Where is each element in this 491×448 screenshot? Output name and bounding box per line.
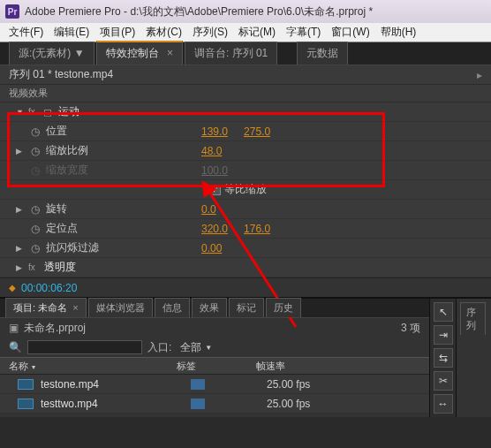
track-select-tool[interactable]: ⇥ [434, 325, 453, 345]
opacity-group[interactable]: ▶ fx 透明度 [0, 258, 491, 277]
close-icon[interactable]: × [72, 302, 78, 313]
menu-bar: 文件(F) 编辑(E) 项目(P) 素材(C) 序列(S) 标记(M) 字幕(T… [0, 23, 491, 42]
scale-row: ▶ ◷ 缩放比例 48.0 [0, 141, 491, 161]
project-item-count: 3 项 [401, 321, 420, 336]
motion-group[interactable]: ▼ fx ◻ 运动 [0, 103, 491, 122]
search-input[interactable] [27, 340, 142, 354]
scope-value: 全部 [180, 340, 201, 355]
menu-edit[interactable]: 编辑(E) [49, 23, 94, 42]
timecode-value[interactable]: 00:00:06:20 [21, 282, 77, 294]
project-item[interactable]: testone.mp4 25.00 fps [0, 375, 429, 394]
twirl-right-icon[interactable]: ▶ [16, 263, 25, 272]
col-name[interactable]: 名称▾ [0, 360, 177, 373]
search-icon[interactable]: 🔍 [9, 341, 22, 353]
tab-history[interactable]: 历史 [266, 298, 301, 317]
rotation-value[interactable]: 0.0 [201, 203, 216, 216]
project-header: ▣未命名.prproj 3 项 [0, 318, 429, 338]
scale-value[interactable]: 48.0 [201, 145, 222, 157]
uniform-scale-row: 等比缩放 [0, 180, 491, 200]
tab-info[interactable]: 信息 [155, 298, 190, 317]
motion-label: 运动 [55, 104, 214, 119]
col-tag[interactable]: 标签 [177, 360, 256, 373]
in-label: 入口: [147, 340, 171, 355]
clip-fps: 25.00 fps [267, 378, 310, 391]
twirl-right-icon[interactable]: ▶ [16, 244, 25, 253]
tab-audio-mixer[interactable]: 调音台: 序列 01 [185, 42, 277, 65]
opacity-label: 透明度 [41, 260, 200, 275]
menu-clip[interactable]: 素材(C) [140, 23, 187, 42]
position-y[interactable]: 275.0 [244, 125, 270, 138]
rotation-label: 旋转 [42, 201, 201, 216]
stopwatch-icon[interactable]: ◷ [28, 203, 42, 216]
scale-width-row: ◷ 缩放宽度 100.0 [0, 161, 491, 180]
tab-metadata[interactable]: 元数据 [297, 42, 348, 65]
tab-project-label: 项目: 未命名 [13, 302, 67, 313]
col-fps[interactable]: 帧速率 [256, 360, 429, 373]
clip-icon [18, 399, 34, 409]
tab-metadata-label: 元数据 [306, 47, 338, 59]
tool-palette: ↖ ⇥ ⇆ ✂ ↔ [429, 299, 456, 417]
anchor-label: 定位点 [42, 221, 201, 236]
clip-name: testone.mp4 [41, 378, 191, 391]
rotation-row: ▶ ◷ 旋转 0.0 [0, 200, 491, 219]
project-panel: 项目: 未命名× 媒体浏览器 信息 效果 标记 历史 ▣未命名.prproj 3… [0, 299, 429, 417]
menu-sequence[interactable]: 序列(S) [187, 23, 233, 42]
project-panel-tabs: 项目: 未命名× 媒体浏览器 信息 效果 标记 历史 [0, 299, 429, 318]
timeline-panel-edge: 序列 [456, 299, 491, 417]
svg-text:Pr: Pr [8, 7, 18, 17]
tab-effect-controls[interactable]: 特效控制台 × [96, 41, 183, 65]
tab-mixer-label: 调音台: 序列 01 [194, 47, 268, 59]
project-item[interactable]: testtwo.mp4 25.00 fps [0, 394, 429, 414]
stopwatch-icon[interactable]: ◷ [28, 242, 42, 254]
scale-width-label: 缩放宽度 [42, 163, 201, 178]
clip-tag-swatch[interactable] [191, 399, 205, 409]
window-titlebar: Pr Adobe Premiere Pro - d:\我的文档\Adobe\Pr… [0, 0, 491, 23]
anchor-x[interactable]: 320.0 [201, 223, 228, 235]
playhead-icon[interactable]: ◆ [9, 283, 16, 292]
transform-icon: ◻ [41, 106, 55, 118]
stopwatch-icon[interactable]: ◷ [28, 145, 42, 157]
tab-source[interactable]: 源:(无素材) ▼ [9, 42, 94, 65]
twirl-right-icon[interactable]: ▶ [16, 147, 25, 156]
razor-tool[interactable]: ✂ [434, 371, 453, 391]
stopwatch-icon: ◷ [28, 164, 42, 177]
tab-project[interactable]: 项目: 未命名× [5, 298, 87, 317]
stopwatch-icon[interactable]: ◷ [28, 223, 42, 235]
clip-tag-swatch[interactable] [191, 379, 205, 390]
twirl-down-icon[interactable]: ▼ [16, 108, 25, 117]
ripple-tool[interactable]: ⇆ [434, 348, 453, 368]
position-x[interactable]: 139.0 [201, 125, 228, 138]
timecode-bar: ◆ 00:00:06:20 [0, 277, 491, 297]
tab-effects-label: 特效控制台 [106, 47, 159, 59]
menu-window[interactable]: 窗口(W) [326, 23, 374, 42]
dropdown-icon: ▼ [205, 344, 212, 352]
menu-title[interactable]: 字幕(T) [281, 23, 326, 42]
source-monitor-tabs: 源:(无素材) ▼ 特效控制台 × 调音台: 序列 01 元数据 [0, 42, 491, 65]
selection-tool[interactable]: ↖ [434, 302, 453, 322]
dropdown-icon[interactable]: ▼ [74, 47, 85, 59]
uniform-scale-checkbox[interactable] [210, 185, 221, 195]
panel-menu-icon[interactable]: ▸ [477, 69, 482, 81]
video-effects-header: 视频效果 [0, 85, 491, 103]
app-logo-icon: Pr [5, 4, 19, 19]
lower-panels: 项目: 未命名× 媒体浏览器 信息 效果 标记 历史 ▣未命名.prproj 3… [0, 297, 491, 417]
menu-file[interactable]: 文件(F) [4, 23, 49, 42]
menu-project[interactable]: 项目(P) [94, 23, 140, 42]
flicker-value[interactable]: 0.00 [201, 242, 222, 254]
tab-markers[interactable]: 标记 [229, 298, 264, 317]
close-icon[interactable]: × [167, 47, 173, 59]
window-title: Adobe Premiere Pro - d:\我的文档\Adobe\Premi… [25, 4, 373, 19]
anchor-y[interactable]: 176.0 [244, 223, 270, 235]
twirl-right-icon[interactable]: ▶ [16, 205, 25, 214]
stopwatch-icon[interactable]: ◷ [28, 125, 42, 138]
project-name: 未命名.prproj [24, 322, 86, 334]
clip-title: 序列 01 * testone.mp4 [9, 67, 113, 82]
tab-fx[interactable]: 效果 [192, 298, 227, 317]
slip-tool[interactable]: ↔ [434, 394, 453, 414]
menu-help[interactable]: 帮助(H) [375, 23, 422, 42]
menu-marker[interactable]: 标记(M) [233, 23, 281, 42]
scope-dropdown[interactable]: 全部▼ [177, 339, 215, 356]
project-search-row: 🔍 入口: 全部▼ [0, 338, 429, 357]
tab-sequence[interactable]: 序列 [460, 302, 486, 335]
tab-media-browser[interactable]: 媒体浏览器 [88, 298, 153, 317]
